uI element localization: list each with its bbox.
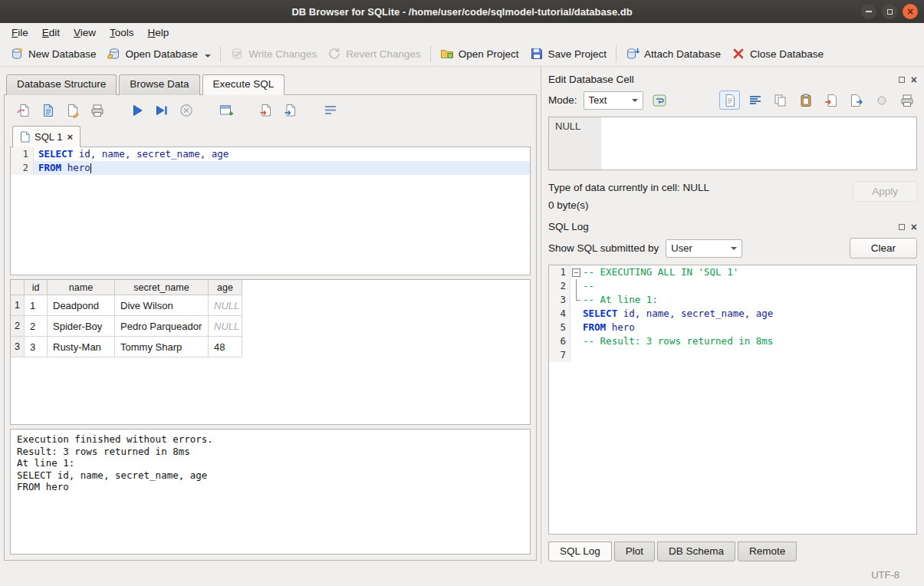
encoding-indicator[interactable]: UTF-8 [871,569,899,581]
export-csv-button[interactable] [258,103,274,118]
menu-tools[interactable]: Tools [103,25,141,40]
table-cell[interactable]: 3 [25,337,48,357]
mode-select[interactable]: Text [584,91,643,110]
sql-editor[interactable]: 1SELECT id, name, secret_name, age2FROM … [10,146,531,275]
open-project-button[interactable]: Open Project [435,44,524,64]
menu-help[interactable]: Help [141,25,176,40]
table-cell[interactable]: NULL [209,316,242,337]
fold-guide [571,321,581,334]
table-cell[interactable]: Pedro Parqueador [115,316,209,337]
execute-current-line-button[interactable] [154,103,169,118]
close-database-icon [732,47,745,61]
cell-icons-group [719,91,917,110]
tab-browse-data[interactable]: Browse Data [119,74,199,95]
line-number: 7 [549,348,571,362]
log-line: 6-- Result: 3 rows returned in 8ms [549,334,916,348]
menu-file[interactable]: File [5,25,35,40]
table-cell[interactable]: Rusty-Man [48,337,115,357]
import-button[interactable] [820,91,841,110]
line-number: 1 [11,147,34,161]
open-sql-in-tab-button[interactable] [283,103,298,118]
line-number: 2 [11,161,34,175]
editor-line[interactable]: 1SELECT id, name, secret_name, age [11,147,530,161]
row-number[interactable]: 3 [11,337,25,357]
save-project-button[interactable]: Save Project [524,44,613,64]
tab-execute-sql[interactable]: Execute SQL [202,74,285,95]
open-database-button[interactable]: Open Database [102,44,217,64]
execute-current-line-icon [154,103,169,118]
format-sql-button[interactable] [323,103,338,118]
close-button[interactable]: × [903,4,918,19]
open-database-label: Open Database [126,48,199,60]
editor-line[interactable]: 2FROM hero [11,161,530,175]
tab-database-structure[interactable]: Database Structure [6,74,117,95]
revert-changes-icon [327,47,341,61]
stop-execution-button [179,103,194,118]
table-cell[interactable]: NULL [209,295,242,316]
column-header[interactable]: age [209,280,242,295]
menu-edit[interactable]: Edit [35,25,67,40]
text-view-button[interactable] [719,91,740,110]
table-cell[interactable]: Spider-Boy [48,316,115,337]
dock-close-icon[interactable]: × [911,74,917,85]
clear-button[interactable]: Clear [850,238,917,258]
sql-tab-close-icon[interactable]: × [67,132,73,142]
maximize-button[interactable] [882,4,897,19]
dock-tab-sql-log[interactable]: SQL Log [548,542,612,561]
attach-database-button[interactable]: Attach Database [620,44,726,64]
print-cell-button[interactable] [896,91,917,110]
cell-null-value: NULL [549,117,601,170]
import-data-icon [824,93,839,108]
minimize-button[interactable] [861,4,876,19]
word-wrap-button[interactable] [649,91,670,110]
dock-tab-db-schema[interactable]: DB Schema [657,542,735,561]
dock-float-icon[interactable] [899,77,905,83]
row-number[interactable]: 1 [11,295,25,316]
new-database-button[interactable]: New Database [5,44,102,64]
save-results-button[interactable] [65,103,81,118]
attach-database-icon [626,47,640,61]
copy-button[interactable] [770,91,791,110]
new-query-tab-button[interactable] [219,103,234,118]
new-query-tab-icon [219,103,234,118]
mode-select-value: Text [589,94,607,106]
dock-tab-plot[interactable]: Plot [614,542,655,561]
close-database-button[interactable]: Close Database [726,44,829,64]
table-cell[interactable]: Deadpond [48,295,115,316]
column-header[interactable]: id [25,280,48,295]
table-cell[interactable]: 48 [209,337,242,357]
execute-all-button[interactable] [130,103,145,118]
table-cell[interactable]: 1 [25,295,48,316]
open-database-dropdown-icon[interactable] [205,54,211,58]
execute-all-icon [130,103,145,118]
column-header[interactable]: secret_name [115,280,209,295]
save-sql-file-button[interactable] [41,103,56,118]
editor-line-text: FROM hero [34,161,530,175]
log-line: 1-- EXECUTING ALL IN 'SQL 1' [549,265,916,279]
table-cell[interactable]: Tommy Sharp [115,337,209,357]
new-database-label: New Database [28,48,97,60]
sql-tab[interactable]: SQL 1 × [12,126,81,147]
table-cell[interactable]: Dive Wilson [115,295,209,316]
table-row: 22Spider-BoyPedro ParqueadorNULL [11,316,530,337]
binary-view-button[interactable] [745,91,765,110]
dock-tab-remote[interactable]: Remote [738,542,797,561]
cell-value-editor[interactable]: NULL [548,117,917,170]
dock-tab-bar: SQL Log Plot DB Schema Remote [548,542,917,561]
paste-button[interactable] [795,91,816,110]
open-sql-file-button[interactable] [16,103,31,118]
row-number[interactable]: 2 [11,316,25,337]
fold-marker-icon[interactable] [571,265,581,279]
results-grid[interactable]: idnamesecret_nameage11DeadpondDive Wilso… [10,279,531,425]
submitted-by-select[interactable]: User [666,239,742,258]
dock-close-icon[interactable]: × [911,222,917,232]
print-button[interactable] [90,103,105,118]
export-button[interactable] [846,91,866,110]
dock-float-icon[interactable] [899,224,905,230]
table-cell[interactable]: 2 [25,316,48,337]
set-null-button[interactable] [871,91,892,110]
column-header[interactable]: name [48,280,115,295]
sql-log-view[interactable]: 1-- EXECUTING ALL IN 'SQL 1'2--3-- At li… [548,265,917,535]
menu-view[interactable]: View [67,25,103,40]
minimize-icon [866,11,872,12]
